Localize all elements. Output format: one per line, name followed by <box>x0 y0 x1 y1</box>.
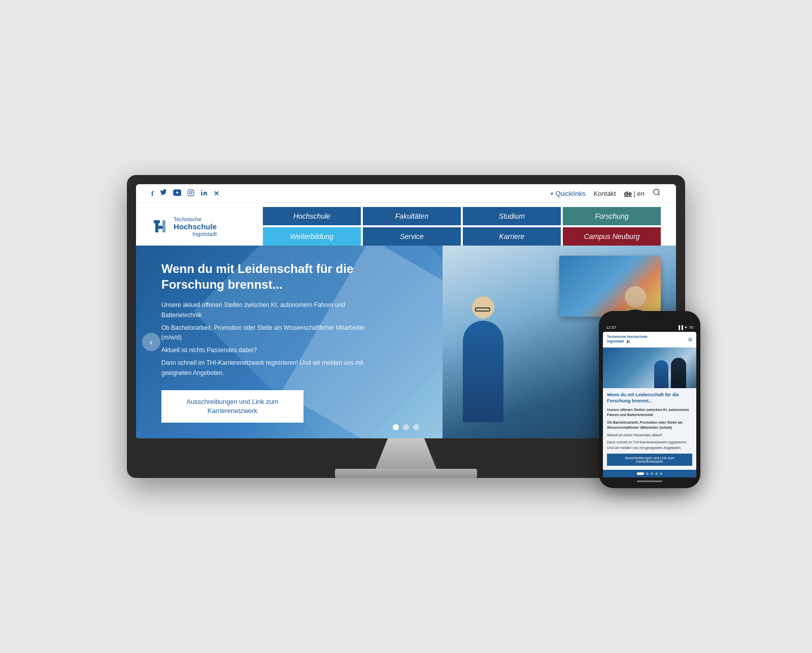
xing-icon[interactable]: ✕ <box>214 190 219 197</box>
phone-logo-line1: Technische Hochschule <box>607 335 648 338</box>
twitter-icon[interactable] <box>160 189 167 198</box>
phone-dot-3[interactable] <box>651 472 653 475</box>
logo-line3: Ingolstadt <box>174 231 217 237</box>
phone-logo: Technische Hochschule Ingolstadt <box>607 335 648 344</box>
phone-slide-text-3: Aktuell ist nichts Passendes dabei? <box>607 433 692 438</box>
phone-notch <box>634 316 665 323</box>
monitor-screen: 𝐟 ✕ <box>136 184 676 438</box>
top-right-nav: ▾ Quicklinks Kontakt de | en <box>551 188 661 198</box>
svg-point-4 <box>654 189 659 195</box>
linkedin-icon[interactable] <box>200 189 208 198</box>
phone-slide-text-1: Unsere offenen Stellen zwischen KI, auto… <box>607 407 692 418</box>
phone-content: Wenn du mit Leidenschaft für die Forschu… <box>603 388 696 470</box>
slider-text-3: Aktuell ist nichts Passendes dabei? <box>161 346 385 355</box>
social-icons: 𝐟 ✕ <box>151 189 219 198</box>
header: Technische Hochschule Ingolstadt Hochsch… <box>136 203 676 246</box>
slider-text-2: Ob Bachelorarbeit, Promotion oder Stelle… <box>161 323 385 342</box>
navigation: Hochschule Fakultäten Studium Forschung … <box>263 207 661 246</box>
phone-dot-2[interactable] <box>646 472 649 475</box>
phone-dot-4[interactable] <box>655 472 658 475</box>
phone-hero-bg <box>603 348 696 388</box>
slider-cta-button[interactable]: Ausschreibungen und Link zum Karrierenet… <box>161 390 303 423</box>
svg-rect-0 <box>188 190 194 196</box>
phone-dot-1[interactable] <box>637 472 644 475</box>
nav-karriere[interactable]: Karriere <box>463 227 561 246</box>
website: 𝐟 ✕ <box>136 184 676 438</box>
phone-hero <box>603 348 696 388</box>
mobile-phone: 12:37 ▐▐ ✦ 78 Technische Hochschule Ingo… <box>599 311 700 488</box>
slider-content: Wenn du mit Leidenschaft für die Forschu… <box>161 261 385 423</box>
facebook-icon[interactable]: 𝐟 <box>151 189 154 198</box>
phone-time: 12:37 <box>606 325 616 330</box>
lang-en[interactable]: en <box>637 190 645 197</box>
phone-signal-icons: ▐▐ ✦ 78 <box>677 325 693 330</box>
hero-slider: Wenn du mit Leidenschaft für die Forschu… <box>136 246 676 438</box>
nav-row-2: Weiterbildung Service Karriere Campus Ne… <box>263 227 661 246</box>
nav-service[interactable]: Service <box>363 227 461 246</box>
phone-dots <box>603 470 696 477</box>
top-bar: 𝐟 ✕ <box>136 184 676 203</box>
svg-point-1 <box>190 191 192 194</box>
phone-header: Technische Hochschule Ingolstadt ≡ <box>603 332 696 348</box>
slider-dot-1[interactable] <box>393 424 399 430</box>
phone-slide-text-4: Dann schnell im THI-Karrierenetzwerk reg… <box>607 440 692 451</box>
quicklinks-button[interactable]: ▾ Quicklinks <box>551 190 585 197</box>
language-selector: de | en <box>624 190 645 197</box>
svg-line-5 <box>658 194 660 195</box>
phone-home-indicator <box>637 480 662 482</box>
youtube-icon[interactable] <box>173 189 181 198</box>
svg-point-3 <box>201 190 202 191</box>
search-button[interactable] <box>653 188 661 198</box>
nav-campus-neuburg[interactable]: Campus Neuburg <box>563 227 661 246</box>
lang-de[interactable]: de <box>624 190 632 197</box>
phone-status-bar: 12:37 ▐▐ ✦ 78 <box>603 325 696 332</box>
thi-icon <box>151 217 170 235</box>
logo-line2: Hochschule <box>174 222 217 231</box>
chevron-icon: ▾ <box>551 191 553 196</box>
nav-hochschule[interactable]: Hochschule <box>263 207 361 225</box>
phone-logo-line2: Ingolstadt <box>607 339 624 343</box>
phone-dot-5[interactable] <box>660 472 662 475</box>
slider-text-1: Unsere aktuell offenen Stellen zwischen … <box>161 300 385 320</box>
nav-weiterbildung[interactable]: Weiterbildung <box>263 227 361 246</box>
phone-screen: Technische Hochschule Ingolstadt ≡ <box>603 332 696 477</box>
nav-fakultaeten[interactable]: Fakultäten <box>363 207 461 225</box>
nav-row-1: Hochschule Fakultäten Studium Forschung <box>263 207 661 225</box>
slider-dot-3[interactable] <box>413 424 419 430</box>
slider-dot-2[interactable] <box>403 424 409 430</box>
kontakt-link[interactable]: Kontakt <box>594 190 616 197</box>
slider-text-4: Dann schnell im THI-Karrierenetzwerk reg… <box>161 358 385 377</box>
phone-menu-icon[interactable]: ≡ <box>688 335 692 343</box>
slider-prev-button[interactable]: ‹ <box>142 333 160 351</box>
phone-slide-title: Wenn du mit Leidenschaft für die Forschu… <box>607 392 692 404</box>
monitor-stand <box>376 438 436 469</box>
nav-studium[interactable]: Studium <box>463 207 561 225</box>
logo-line1: Technische <box>174 216 217 222</box>
slider-dots <box>393 424 419 430</box>
logo-text: Technische Hochschule Ingolstadt <box>174 216 217 237</box>
lang-sep: | <box>634 190 637 197</box>
phone-cta-button[interactable]: Ausschreibungen und Link zum Karrierenet… <box>607 454 692 466</box>
scene: 𝐟 ✕ <box>127 175 685 478</box>
phone-slide-text-2: Ob Bachelorarbeit, Promotion oder Stelle… <box>607 420 692 431</box>
monitor-base <box>335 469 477 478</box>
slider-title: Wenn du mit Leidenschaft für die Forschu… <box>161 261 385 292</box>
nav-forschung[interactable]: Forschung <box>563 207 661 225</box>
quicklinks-label: Quicklinks <box>555 190 585 197</box>
instagram-icon[interactable] <box>187 189 194 198</box>
svg-point-2 <box>192 191 193 191</box>
logo[interactable]: Technische Hochschule Ingolstadt <box>151 216 253 237</box>
